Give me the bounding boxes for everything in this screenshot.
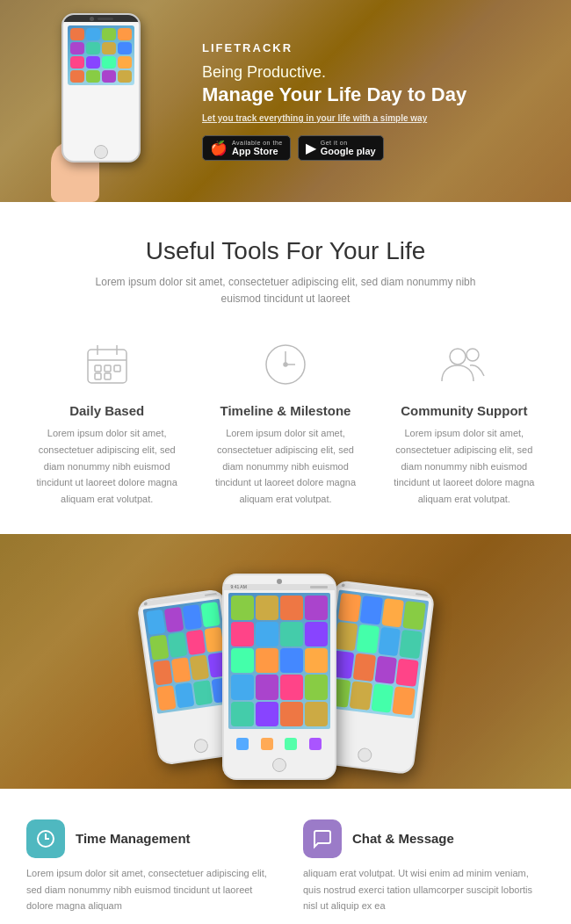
people-icon (437, 338, 490, 391)
feature-timeline-title: Timeline & Milestone (213, 403, 357, 418)
chat-message-desc: aliquam erat volutpat. Ut wisi enim ad m… (303, 865, 545, 914)
svg-rect-5 (105, 365, 111, 372)
feature-community-desc: Lorem ipsum dolor sit amet, consectetuer… (393, 425, 536, 507)
feature-timeline: Timeline & Milestone Lorem ipsum dolor s… (205, 338, 365, 507)
hero-tagline1: Being Productive. (202, 63, 571, 82)
apple-icon: 🍎 (210, 140, 228, 156)
feature-daily-based: Daily Based Lorem ipsum dolor sit amet, … (26, 338, 187, 507)
feature-daily-title: Daily Based (35, 403, 178, 418)
feature-timeline-desc: Lorem ipsum dolor sit amet, consectetuer… (213, 425, 357, 507)
svg-point-12 (284, 363, 287, 366)
svg-rect-6 (114, 365, 120, 372)
hero-section: LIFETRACKR Being Productive. Manage Your… (0, 0, 571, 202)
svg-rect-4 (95, 365, 101, 372)
google-play-button[interactable]: ▶ Get it on Google play (298, 135, 384, 161)
feature-community: Community Support Lorem ipsum dolor sit … (384, 338, 545, 507)
phone-center: 9:41 AM (222, 574, 336, 780)
svg-rect-8 (105, 373, 111, 379)
hero-phone (35, 4, 176, 198)
app-store-button[interactable]: 🍎 Available on the App Store (202, 135, 291, 161)
hero-brand: LIFETRACKR (202, 41, 571, 54)
features-bottom-section: Time Management Lorem ipsum dolor sit am… (0, 789, 571, 924)
feature-community-title: Community Support (393, 403, 536, 418)
time-management-icon (26, 819, 65, 858)
phones-container: 9:41 AM (134, 574, 437, 789)
svg-point-14 (466, 349, 479, 361)
features-grid: Daily Based Lorem ipsum dolor sit amet, … (26, 338, 545, 507)
store-buttons: 🍎 Available on the App Store ▶ Get it on… (202, 135, 571, 161)
chat-message-title: Chat & Message (352, 831, 454, 846)
phones-banner: 9:41 AM (0, 534, 571, 789)
svg-rect-7 (95, 373, 101, 379)
feature-daily-desc: Lorem ipsum dolor sit amet, consectetuer… (35, 425, 178, 507)
feature-time-management: Time Management Lorem ipsum dolor sit am… (26, 819, 268, 914)
hero-content: LIFETRACKR Being Productive. Manage Your… (202, 41, 571, 161)
features-title: Useful Tools For Your Life (26, 237, 545, 265)
clock-icon (259, 338, 312, 391)
features-subtitle: Lorem ipsum dolor sit amet, consectetuer… (75, 274, 496, 307)
hero-tagline2: Manage Your Life Day to Day (202, 83, 571, 106)
svg-point-13 (450, 349, 466, 365)
time-management-desc: Lorem ipsum dolor sit amet, consectetuer… (26, 865, 268, 914)
chat-icon (303, 819, 342, 858)
feature-chat-message: Chat & Message aliquam erat volutpat. Ut… (303, 819, 545, 914)
calendar-icon (81, 338, 134, 391)
features-section: Useful Tools For Your Life Lorem ipsum d… (0, 202, 571, 534)
google-play-icon: ▶ (306, 140, 316, 156)
time-management-title: Time Management (76, 831, 191, 846)
hero-sub: Let you track everything in your life wi… (202, 113, 571, 123)
